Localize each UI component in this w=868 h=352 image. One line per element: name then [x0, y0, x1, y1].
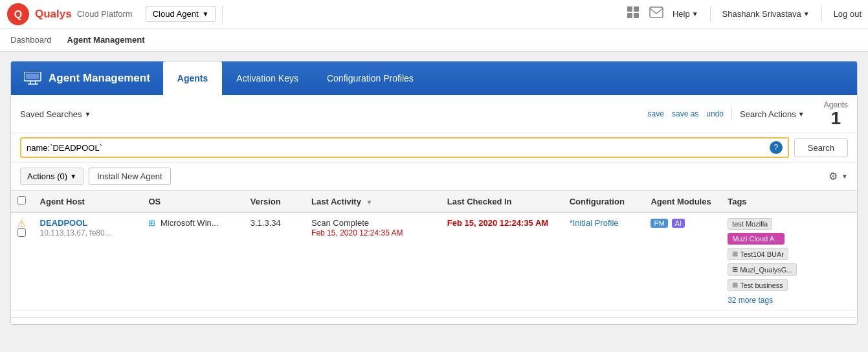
tags-container: test Mozilla Muzi Cloud A... Test104 BUA…: [728, 218, 851, 305]
toolbar-separator: [731, 107, 732, 120]
agent-management-card: Agent Management Agents Activation Keys …: [10, 61, 858, 325]
agent-management-icon: [24, 72, 42, 85]
card-title: Agent Management: [49, 72, 150, 85]
qualys-logo-icon: Q: [6, 3, 30, 26]
checkin-label: Feb 15, 2020 12:24:35 AM: [447, 218, 548, 228]
card-header-title: Agent Management: [11, 72, 163, 85]
row-version-cell: 3.1.3.34: [244, 212, 305, 311]
logout-button[interactable]: Log out: [834, 9, 862, 19]
card-footer-divider: [11, 317, 857, 318]
tab-configuration-profiles[interactable]: Configuration Profiles: [313, 61, 428, 95]
tab-area: Agents Activation Keys Configuration Pro…: [163, 61, 428, 95]
svg-rect-3: [634, 6, 639, 12]
help-chevron-icon: ▼: [692, 10, 698, 17]
row-host-cell: DEADPOOL 10.113.13.67, fe80...: [34, 212, 142, 311]
search-actions-chevron-icon: ▼: [798, 111, 805, 118]
main-content: Agent Management Agents Activation Keys …: [0, 52, 868, 334]
search-input-wrap: ?: [20, 137, 789, 158]
save-link[interactable]: save: [648, 109, 664, 118]
row-tags-cell: test Mozilla Muzi Cloud A... Test104 BUA…: [721, 212, 857, 311]
agents-table: Agent Host OS Version Last Activity ▼ La…: [11, 191, 857, 311]
configuration-link[interactable]: *Initial Profile: [570, 218, 619, 228]
save-as-link[interactable]: save as: [672, 109, 698, 118]
help-button[interactable]: Help ▼: [673, 9, 698, 19]
sort-activity-icon: ▼: [366, 199, 373, 206]
tag-1[interactable]: Muzi Cloud A...: [728, 233, 785, 245]
agent-host-sub: 10.113.13.67, fe80...: [40, 228, 111, 237]
module-ai-badge: AI: [672, 219, 685, 228]
version-label: 3.1.3.34: [250, 218, 281, 228]
more-tags-link[interactable]: 32 more tags: [728, 296, 773, 305]
agents-count-area: Agents 1: [824, 100, 848, 127]
mail-icon: [649, 6, 663, 18]
nav-agent-management[interactable]: Agent Management: [67, 35, 145, 45]
saved-searches-button[interactable]: Saved Searches ▼: [20, 109, 91, 119]
svg-rect-6: [650, 7, 663, 17]
tag-3[interactable]: Muzi_QualysG...: [728, 263, 797, 276]
col-header-configuration: Configuration: [563, 191, 645, 212]
gear-chevron-icon: ▼: [841, 173, 848, 180]
tags-row-5: Test business: [728, 279, 788, 293]
cloud-agent-button[interactable]: Cloud Agent ▼: [146, 6, 216, 22]
activity-status: Scan Complete: [311, 218, 369, 228]
tag-0[interactable]: test Mozilla: [728, 218, 772, 230]
warning-icon: ⚠: [17, 218, 26, 228]
svg-rect-8: [26, 74, 39, 79]
logo-area: Q Qualys Cloud Platform: [6, 3, 133, 26]
card-header: Agent Management Agents Activation Keys …: [11, 61, 857, 95]
row-os-cell: ⊞ Microsoft Win...: [142, 212, 243, 311]
actions-dropdown-button[interactable]: Actions (0) ▼: [20, 168, 83, 185]
col-header-tags: Tags: [721, 191, 857, 212]
search-button[interactable]: Search: [794, 138, 848, 157]
col-header-agent-host: Agent Host: [34, 191, 142, 212]
tab-agents[interactable]: Agents: [163, 61, 222, 95]
gear-area: ⚙ ▼: [829, 170, 848, 182]
top-nav-right: Help ▼ Shashank Srivastava ▼ Log out: [626, 5, 862, 23]
search-help-icon[interactable]: ?: [770, 141, 783, 154]
agents-count: 1: [831, 109, 841, 127]
install-new-agent-button[interactable]: Install New Agent: [89, 168, 170, 185]
logo-sub: Cloud Platform: [77, 9, 133, 19]
toolbar: Saved Searches ▼ save save as undo Searc…: [11, 95, 857, 133]
apps-icon: [626, 5, 640, 19]
agent-host-link[interactable]: DEADPOOL: [40, 218, 88, 228]
nav-separator-2: [710, 6, 711, 22]
tag-4[interactable]: Test business: [728, 279, 788, 291]
tags-row-4: Muzi_QualysG...: [728, 263, 797, 278]
nav-separator-3: [821, 6, 822, 22]
top-nav: Q Qualys Cloud Platform Cloud Agent ▼ He…: [0, 0, 868, 28]
user-button[interactable]: Shashank Srivastava ▼: [722, 9, 810, 19]
search-actions-button[interactable]: Search Actions ▼: [740, 109, 805, 119]
settings-gear-button[interactable]: ⚙: [829, 170, 838, 182]
cloud-agent-label: Cloud Agent: [153, 9, 199, 19]
tags-row-2: Muzi Cloud A...: [728, 233, 785, 247]
toolbar-right: save save as undo Search Actions ▼: [648, 107, 805, 120]
row-activity-cell: Scan Complete Feb 15, 2020 12:24:35 AM: [305, 212, 441, 311]
row-check-cell: ⚠: [11, 212, 34, 311]
windows-os-icon: ⊞: [148, 218, 155, 228]
logo-text: Qualys: [35, 8, 72, 21]
chevron-down-icon: ▼: [203, 10, 209, 17]
user-chevron-icon: ▼: [803, 10, 810, 17]
search-input[interactable]: [27, 143, 770, 153]
activity-date: Feb 15, 2020 12:24:35 AM: [311, 228, 403, 237]
tag-2[interactable]: Test104 BUAr: [728, 248, 788, 260]
saved-searches-chevron-icon: ▼: [84, 111, 91, 118]
table-row: ⚠ DEADPOOL 10.113.13.67, fe80... ⊞ Micro…: [11, 212, 857, 311]
apps-icon-button[interactable]: [626, 5, 640, 23]
select-all-checkbox[interactable]: [17, 196, 26, 204]
nav-dashboard[interactable]: Dashboard: [10, 35, 52, 45]
mail-icon-button[interactable]: [649, 6, 663, 21]
col-header-check: [11, 191, 34, 212]
col-header-last-checked-in: Last Checked In: [441, 191, 563, 212]
undo-link[interactable]: undo: [706, 109, 724, 118]
table-header-row: Agent Host OS Version Last Activity ▼ La…: [11, 191, 857, 212]
col-header-version: Version: [244, 191, 305, 212]
col-header-last-activity[interactable]: Last Activity ▼: [305, 191, 441, 212]
tab-activation-keys[interactable]: Activation Keys: [222, 61, 313, 95]
row-checkbox[interactable]: [17, 228, 26, 237]
col-header-agent-modules: Agent Modules: [644, 191, 721, 212]
row-checkin-cell: Feb 15, 2020 12:24:35 AM: [441, 212, 563, 311]
actions-chevron-icon: ▼: [70, 173, 76, 180]
row-config-cell: *Initial Profile: [563, 212, 645, 311]
